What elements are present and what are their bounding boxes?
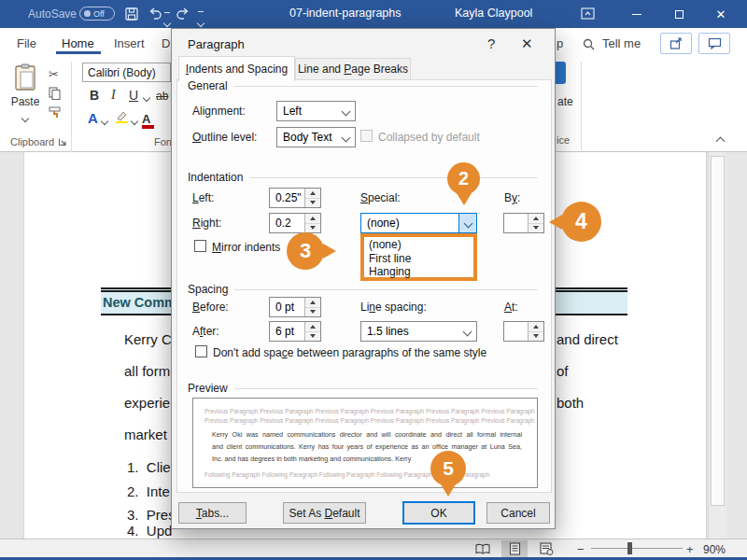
left-indent-spinner[interactable]: 0.25"	[269, 188, 321, 208]
spin-buttons[interactable]	[304, 322, 320, 341]
minimize-button[interactable]	[621, 0, 653, 28]
zoom-level[interactable]: 90%	[703, 543, 726, 556]
print-layout-button[interactable]	[501, 540, 528, 557]
chevron-down-icon	[463, 218, 472, 228]
underline-button[interactable]: U	[129, 88, 138, 103]
tab-indents-and-spacing[interactable]: Indents and Spacing	[178, 56, 295, 81]
option-hanging[interactable]: Hanging	[364, 265, 473, 279]
spin-buttons[interactable]	[528, 214, 543, 232]
special-combo[interactable]: (none)	[360, 213, 477, 233]
clipboard-group-label: Clipboard	[10, 136, 54, 147]
dialog-help-button[interactable]: ?	[487, 35, 495, 51]
tab-insert[interactable]: Insert	[114, 36, 145, 50]
at-label: At:	[504, 301, 518, 314]
list-item[interactable]: 4. Upd	[127, 523, 172, 539]
copy-icon[interactable]	[49, 87, 61, 100]
undo-dropdown-icon[interactable]	[163, 20, 171, 27]
chevron-down-icon	[463, 327, 472, 336]
tab-file[interactable]: File	[17, 36, 36, 50]
line-spacing-combo[interactable]: 1.5 lines	[360, 321, 477, 342]
web-layout-button[interactable]	[533, 540, 559, 557]
option-first-line[interactable]: First line	[364, 252, 473, 266]
collapse-ribbon-icon[interactable]	[716, 137, 726, 147]
at-spinner[interactable]	[503, 321, 544, 342]
zoom-in-button[interactable]: +	[686, 542, 694, 556]
save-icon[interactable]	[124, 7, 139, 21]
dont-add-space-checkbox[interactable]	[195, 345, 207, 357]
set-as-default-button[interactable]: Set As Default	[283, 502, 366, 524]
highlight-dropdown-icon[interactable]	[131, 118, 138, 125]
tell-me-label[interactable]: Tell me	[602, 36, 641, 50]
paste-button[interactable]: Paste	[7, 63, 43, 131]
strikethrough-button[interactable]: ab	[156, 90, 168, 103]
alignment-combo[interactable]: Left	[276, 101, 356, 121]
tab-design-partial[interactable]: D	[162, 36, 170, 50]
preview-group-header: Preview	[188, 382, 538, 395]
tab-home[interactable]: Home	[62, 36, 94, 50]
status-bar: − + 90%	[0, 539, 747, 557]
scrollbar-thumb[interactable]	[711, 156, 725, 506]
autosave-toggle[interactable]: Off	[79, 7, 115, 21]
zoom-out-button[interactable]: −	[577, 542, 585, 556]
voice-group-label-partial: ice	[557, 134, 570, 146]
spin-down-icon	[310, 226, 316, 230]
body-line-right[interactable]: and direct	[557, 331, 618, 347]
spin-buttons[interactable]	[304, 189, 320, 207]
tab-help-partial[interactable]: p	[557, 36, 563, 50]
callout-step-2: 2	[447, 162, 480, 195]
before-spinner[interactable]: 0 pt	[269, 297, 321, 317]
maximize-button[interactable]	[663, 0, 695, 28]
ribbon-display-options-icon[interactable]	[581, 7, 595, 21]
right-indent-spinner[interactable]: 0.2	[269, 213, 321, 233]
mirror-indents-checkbox[interactable]	[194, 240, 206, 252]
option-none[interactable]: (none)	[364, 238, 473, 252]
list-item[interactable]: 3. Pres	[127, 507, 176, 523]
cancel-button[interactable]: Cancel	[486, 502, 550, 524]
font-name-combo[interactable]: Calibri (Body)	[82, 63, 171, 82]
share-button[interactable]	[660, 33, 692, 54]
tab-line-and-page-breaks[interactable]: Line and Page Breaks	[295, 58, 411, 80]
dictate-label-partial[interactable]: ate	[557, 95, 573, 108]
by-spinner[interactable]	[503, 213, 544, 233]
spin-buttons[interactable]	[304, 214, 320, 232]
redo-icon[interactable]	[176, 7, 190, 21]
zoom-slider-thumb[interactable]	[627, 542, 632, 554]
clipboard-dialog-launcher-icon[interactable]	[58, 137, 67, 147]
body-line-left[interactable]: experie	[124, 395, 170, 411]
user-account[interactable]: Kayla Claypool	[455, 7, 532, 20]
quick-access-customize-icon[interactable]	[197, 20, 204, 27]
undo-icon[interactable]	[148, 7, 162, 21]
italic-button[interactable]: I	[111, 88, 116, 103]
cut-icon[interactable]: ✂	[49, 67, 59, 81]
special-label: Special:	[360, 191, 401, 204]
text-effects-dropdown-icon[interactable]	[101, 118, 108, 125]
tabs-button[interactable]: Tabs...	[178, 502, 247, 524]
before-label: Before:	[192, 301, 229, 314]
web-layout-icon	[540, 542, 554, 555]
outline-level-combo[interactable]: Body Text	[276, 127, 356, 147]
spin-buttons[interactable]	[304, 298, 320, 316]
body-line-right[interactable]: of	[557, 363, 569, 379]
spin-buttons[interactable]	[528, 322, 543, 341]
font-color-button[interactable]: A	[142, 110, 154, 129]
close-button[interactable]: ✕	[705, 0, 737, 28]
list-item[interactable]: 2. Inte	[127, 483, 170, 499]
read-mode-button[interactable]	[470, 540, 496, 557]
body-line-left[interactable]: Kerry C	[124, 331, 172, 347]
body-line-left[interactable]: all form	[124, 363, 170, 379]
ok-button[interactable]: OK	[402, 501, 475, 525]
body-line-right[interactable]: both	[557, 395, 584, 411]
highlight-button[interactable]	[114, 110, 129, 127]
list-item[interactable]: 1. Clie	[127, 459, 171, 475]
comments-button[interactable]	[698, 33, 730, 54]
after-spinner[interactable]: 6 pt	[269, 321, 321, 342]
search-icon[interactable]	[583, 38, 595, 50]
underline-dropdown-icon[interactable]	[143, 94, 150, 102]
zoom-slider-track[interactable]	[591, 548, 683, 549]
vertical-scrollbar[interactable]	[708, 152, 726, 539]
text-effects-button[interactable]: A	[88, 110, 98, 126]
bold-button[interactable]: B	[90, 88, 99, 103]
format-painter-icon[interactable]	[49, 106, 62, 119]
body-line-left[interactable]: market	[124, 427, 167, 442]
dialog-close-icon[interactable]: ✕	[521, 35, 533, 52]
